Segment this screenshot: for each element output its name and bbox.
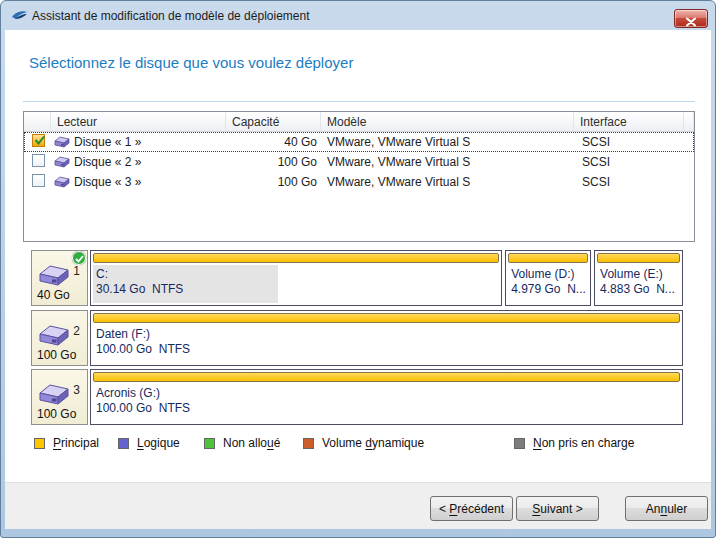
disk-drive-icon: [37, 324, 71, 348]
legend-swatch-non-alloue: [204, 438, 215, 449]
partition-name: Volume (E:): [600, 267, 663, 281]
column-header-filler: [684, 112, 694, 131]
disk-map-row-2: 2 100 Go Daten (F:) 100.00 Go NTFS: [31, 310, 683, 366]
close-button[interactable]: [674, 9, 708, 28]
disk-1-checkbox[interactable]: [32, 134, 45, 147]
partition-size: 30.14 Go NTFS: [96, 282, 183, 296]
disk-number: 1: [73, 264, 80, 278]
disk-1-info[interactable]: 1 40 Go: [31, 250, 88, 306]
partition-name: Volume (D:): [511, 267, 574, 281]
close-icon: [686, 14, 696, 23]
disk-2-info[interactable]: 2 100 Go: [31, 310, 88, 366]
primary-type-bar: [508, 253, 588, 263]
partition-f[interactable]: Daten (F:) 100.00 Go NTFS: [90, 310, 683, 366]
primary-type-bar: [597, 253, 680, 263]
next-button[interactable]: Suivant >: [516, 496, 599, 521]
table-row-disk-1[interactable]: Disque « 1 » 40 Go VMware, VMware Virtua…: [24, 132, 694, 152]
disk-map-row-1: 1 40 Go C: 30.14 Go NTFS Volume (D:) 4.9…: [31, 250, 683, 306]
disk-2-checkbox[interactable]: [32, 154, 45, 167]
legend-label: Non pris en charge: [533, 436, 634, 450]
page-title: Sélectionnez le disque que vous voulez d…: [29, 54, 353, 71]
disk-icon: [53, 176, 71, 189]
column-header-checkbox[interactable]: [24, 112, 51, 131]
legend-swatch-principal: [34, 438, 45, 449]
disk-drive-icon: [37, 383, 71, 407]
table-header: Lecteur Capacité Modèle Interface: [24, 112, 694, 132]
column-header-capacity[interactable]: Capacité: [226, 112, 321, 131]
partition-size: 4.979 Go N...: [511, 282, 586, 296]
disk-capacity: 100 Go: [226, 175, 321, 189]
table-row-disk-2[interactable]: Disque « 2 » 100 Go VMware, VMware Virtu…: [24, 152, 694, 172]
legend-label: Non alloué: [223, 436, 280, 450]
disk-name: Disque « 3 »: [74, 175, 141, 189]
partition-c[interactable]: C: 30.14 Go NTFS: [90, 250, 502, 306]
wizard-window: Assistant de modification de modèle de d…: [0, 0, 716, 538]
legend-swatch-non-pris-en-charge: [514, 438, 525, 449]
disk-interface: SCSI: [574, 175, 684, 189]
disk-icon: [53, 136, 71, 149]
disk-capacity-label: 100 Go: [37, 407, 76, 421]
partition-name: Acronis (G:): [96, 386, 160, 400]
previous-button[interactable]: < Précédent: [430, 496, 513, 521]
legend-item-volume-dynamique: Volume dynamique: [303, 436, 424, 450]
legend-item-logique: Logique: [118, 436, 180, 450]
disk-capacity: 100 Go: [226, 155, 321, 169]
disk-capacity-label: 40 Go: [37, 288, 70, 302]
table-row-disk-3[interactable]: Disque « 3 » 100 Go VMware, VMware Virtu…: [24, 172, 694, 192]
disk-icon: [53, 156, 71, 169]
cancel-button[interactable]: Annuler: [625, 496, 708, 521]
disk-interface: SCSI: [574, 155, 684, 169]
disk-model: VMware, VMware Virtual S: [321, 155, 574, 169]
disk-table: Lecteur Capacité Modèle Interface Disque…: [23, 111, 695, 242]
disk-model: VMware, VMware Virtual S: [321, 175, 574, 189]
footer: < Précédent Suivant > Annuler: [5, 482, 711, 529]
disk-name: Disque « 1 »: [74, 135, 141, 149]
partition-size: 100.00 Go NTFS: [96, 401, 190, 415]
dialog-content: Sélectionnez le disque que vous voulez d…: [5, 30, 711, 529]
column-header-interface[interactable]: Interface: [574, 112, 684, 131]
partition-g[interactable]: Acronis (G:) 100.00 Go NTFS: [90, 369, 683, 425]
disk-3-partitions: Acronis (G:) 100.00 Go NTFS: [90, 369, 683, 425]
legend-item-principal: Principal: [34, 436, 99, 450]
disk-2-partitions: Daten (F:) 100.00 Go NTFS: [90, 310, 683, 366]
primary-type-bar: [93, 372, 680, 382]
disk-model: VMware, VMware Virtual S: [321, 135, 574, 149]
legend: Principal Logique Non alloué Volume dyna…: [5, 436, 711, 456]
disk-1-partitions: C: 30.14 Go NTFS Volume (D:) 4.979 Go N.…: [90, 250, 683, 306]
disk-interface: SCSI: [574, 135, 684, 149]
disk-number: 2: [73, 324, 80, 338]
partition-e[interactable]: Volume (E:) 4.883 Go N...: [594, 250, 683, 306]
heading-separator: [23, 101, 695, 102]
legend-label: Logique: [137, 436, 180, 450]
selected-check-badge: [72, 251, 86, 265]
disk-capacity-label: 100 Go: [37, 348, 76, 362]
primary-type-bar: [93, 313, 680, 323]
titlebar[interactable]: Assistant de modification de modèle de d…: [1, 1, 715, 30]
column-header-model[interactable]: Modèle: [321, 112, 574, 131]
legend-label: Principal: [53, 436, 99, 450]
legend-swatch-logique: [118, 438, 129, 449]
column-header-drive[interactable]: Lecteur: [51, 112, 226, 131]
legend-item-non-pris-en-charge: Non pris en charge: [514, 436, 634, 450]
disk-map-row-3: 3 100 Go Acronis (G:) 100.00 Go NTFS: [31, 369, 683, 425]
partition-size: 4.883 Go N...: [600, 282, 675, 296]
partition-name: Daten (F:): [96, 327, 150, 341]
disk-capacity: 40 Go: [226, 135, 321, 149]
legend-swatch-volume-dynamique: [303, 438, 314, 449]
window-title: Assistant de modification de modèle de d…: [32, 9, 310, 23]
partition-name: C:: [96, 267, 108, 281]
partition-size: 100.00 Go NTFS: [96, 342, 190, 356]
app-icon: [11, 8, 28, 23]
legend-item-non-alloue: Non alloué: [204, 436, 280, 450]
disk-number: 3: [73, 383, 80, 397]
primary-type-bar: [93, 253, 499, 263]
disk-drive-icon: [37, 264, 71, 288]
disk-3-checkbox[interactable]: [32, 174, 45, 187]
disk-name: Disque « 2 »: [74, 155, 141, 169]
legend-label: Volume dynamique: [322, 436, 424, 450]
disk-3-info[interactable]: 3 100 Go: [31, 369, 88, 425]
partition-d[interactable]: Volume (D:) 4.979 Go N...: [505, 250, 591, 306]
